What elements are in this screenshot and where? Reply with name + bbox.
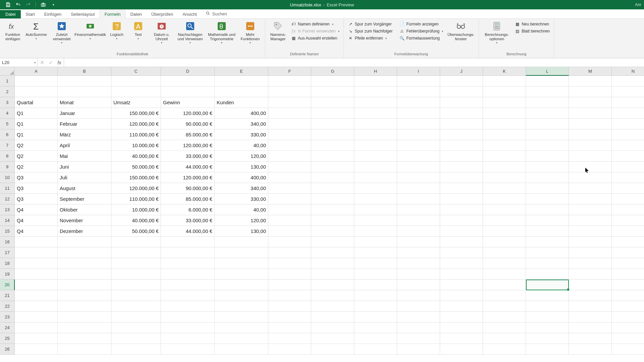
row-header-6[interactable]: 6 [0,129,15,140]
cell-N21[interactable] [612,290,644,301]
cell-B12[interactable]: September [58,194,111,204]
cell-E4[interactable]: 400,00 [215,108,268,119]
calculation-options-button[interactable]: Berechnungs-optionen▾ [482,20,512,44]
cell-A22[interactable] [15,301,58,312]
cell-E10[interactable]: 400,00 [215,172,268,183]
cell-K12[interactable] [483,194,526,204]
date-time-button[interactable]: Datum u. Uhrzeit▾ [150,20,174,44]
cell-C21[interactable] [111,290,161,301]
cell-C11[interactable]: 120.000,00 € [111,183,161,194]
cell-A11[interactable]: Q3 [15,183,58,194]
cell-J19[interactable] [440,269,483,280]
row-header-18[interactable]: 18 [0,258,15,269]
define-name-button[interactable]: 🏷Namen definieren▾ [289,21,341,27]
tell-me-search[interactable]: Suchen [202,9,231,18]
cell-D17[interactable] [161,247,215,258]
cell-B5[interactable]: Februar [58,119,111,129]
cell-G16[interactable] [311,237,354,247]
cell-G2[interactable] [311,86,354,97]
cell-I6[interactable] [397,129,440,140]
cell-D1[interactable] [161,76,215,86]
cell-M15[interactable] [569,226,612,237]
row-header-7[interactable]: 7 [0,140,15,151]
cell-C9[interactable]: 50.000,00 € [111,162,161,172]
cell-D26[interactable] [161,344,215,355]
cell-E3[interactable]: Kunden [215,97,268,108]
cell-I14[interactable] [397,215,440,226]
create-from-selection-button[interactable]: ▦Aus Auswahl erstellen [289,35,341,41]
trace-precedents-button[interactable]: ↗Spur zum Vorgänger [346,21,394,27]
cell-B22[interactable] [58,301,111,312]
cell-C18[interactable] [111,258,161,269]
cell-L9[interactable] [526,162,569,172]
cell-J12[interactable] [440,194,483,204]
cell-C1[interactable] [111,76,161,86]
cell-B23[interactable] [58,312,111,322]
cell-L23[interactable] [526,312,569,322]
cell-D2[interactable] [161,86,215,97]
cell-E25[interactable] [215,333,268,344]
cell-B7[interactable]: April [58,140,111,151]
cell-J22[interactable] [440,301,483,312]
cell-I26[interactable] [397,344,440,355]
cell-B15[interactable]: Dezember [58,226,111,237]
cell-M2[interactable] [569,86,612,97]
cell-D21[interactable] [161,290,215,301]
cell-B11[interactable]: August [58,183,111,194]
cell-F13[interactable] [268,204,311,215]
cell-N4[interactable] [612,108,644,119]
cell-E16[interactable] [215,237,268,247]
cell-G12[interactable] [311,194,354,204]
cell-M11[interactable] [569,183,612,194]
lookup-reference-button[interactable]: Nachschlagen und Verweisen▾ [175,20,205,44]
cell-A12[interactable]: Q3 [15,194,58,204]
recently-used-button[interactable]: Zuletzt verwendet▾ [50,20,74,44]
cell-C7[interactable]: 10.000,00 € [111,140,161,151]
cell-H18[interactable] [354,258,397,269]
cell-B2[interactable] [58,86,111,97]
cell-K15[interactable] [483,226,526,237]
cell-D8[interactable]: 33.000,00 € [161,151,215,162]
cell-L22[interactable] [526,301,569,312]
cell-G11[interactable] [311,183,354,194]
cell-M9[interactable] [569,162,612,172]
cell-D7[interactable]: 120.000,00 € [161,140,215,151]
cell-K19[interactable] [483,269,526,280]
cell-A24[interactable] [15,322,58,333]
calculate-sheet-button[interactable]: ▤Blatt berechnen [513,28,551,34]
cell-B24[interactable] [58,322,111,333]
cell-I5[interactable] [397,119,440,129]
cell-I8[interactable] [397,151,440,162]
row-header-21[interactable]: 21 [0,290,15,301]
cell-H12[interactable] [354,194,397,204]
cell-L13[interactable] [526,204,569,215]
column-header-K[interactable]: K [483,67,526,76]
cell-N11[interactable] [612,183,644,194]
cell-J11[interactable] [440,183,483,194]
cell-K25[interactable] [483,333,526,344]
insert-function-button[interactable]: fx Funktion einfügen [3,20,23,41]
cell-B20[interactable] [58,280,111,290]
math-trig-button[interactable]: θ Mathematik und Trigonometrie▾ [207,20,237,44]
cell-N14[interactable] [612,215,644,226]
row-header-20[interactable]: 20 [0,280,15,290]
cell-A17[interactable] [15,247,58,258]
cell-N26[interactable] [612,344,644,355]
cell-A4[interactable]: Q1 [15,108,58,119]
cell-J16[interactable] [440,237,483,247]
cell-C2[interactable] [111,86,161,97]
cell-E14[interactable]: 120,00 [215,215,268,226]
column-header-D[interactable]: D [161,67,215,76]
cell-D10[interactable]: 120.000,00 € [161,172,215,183]
cell-F23[interactable] [268,312,311,322]
row-header-23[interactable]: 23 [0,312,15,322]
cell-I9[interactable] [397,162,440,172]
cell-F18[interactable] [268,258,311,269]
cell-H11[interactable] [354,183,397,194]
error-checking-button[interactable]: ⚠Fehlerüberprüfung▾ [398,28,444,34]
cell-A13[interactable]: Q4 [15,204,58,215]
cell-N6[interactable] [612,129,644,140]
cell-D6[interactable]: 85.000,00 € [161,129,215,140]
cell-J4[interactable] [440,108,483,119]
redo-icon[interactable] [25,1,32,8]
